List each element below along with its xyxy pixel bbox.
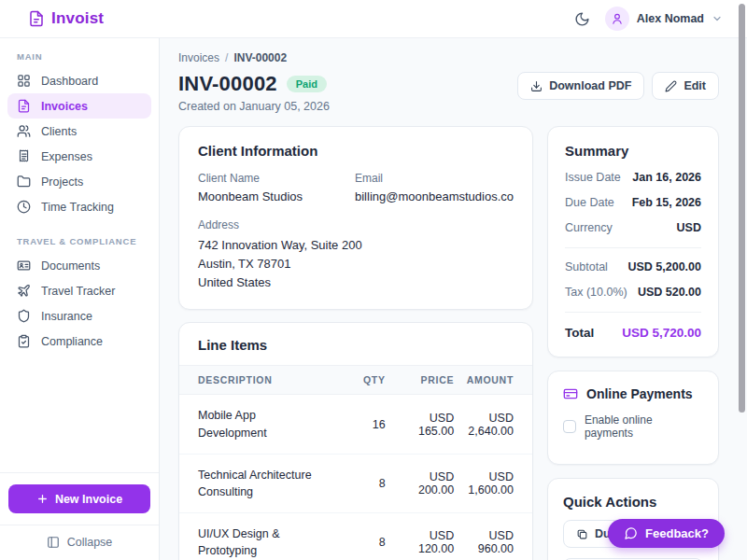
download-pdf-button[interactable]: Download PDF xyxy=(517,72,644,100)
item-amount: USD 1,600.00 xyxy=(454,454,532,512)
edit-label: Edit xyxy=(684,79,706,92)
sidebar-item-time-tracking[interactable]: Time Tracking xyxy=(7,194,151,219)
vertical-scrollbar[interactable] xyxy=(739,4,745,413)
dark-mode-toggle[interactable] xyxy=(574,11,590,27)
id-card-icon xyxy=(17,259,31,273)
line-items-table: DESCRIPTION QTY PRICE AMOUNT Mobile App … xyxy=(179,365,532,560)
sidebar-item-dashboard[interactable]: Dashboard xyxy=(7,68,151,93)
title-row: INV-00002 Paid Created on January 05, 20… xyxy=(178,72,719,113)
tax-value: USD 520.00 xyxy=(638,286,701,299)
address-line-1: 742 Innovation Way, Suite 200 xyxy=(198,236,514,255)
download-pdf-label: Download PDF xyxy=(549,79,631,92)
table-row: Technical Architecture Consulting 8 USD … xyxy=(179,454,532,512)
summary-divider xyxy=(565,312,701,313)
user-name: Alex Nomad xyxy=(637,12,704,25)
item-amount: USD 2,640.00 xyxy=(454,395,532,454)
online-payments-title: Online Payments xyxy=(586,386,693,401)
sidebar-item-label: Compliance xyxy=(41,335,103,348)
address-line-2: Austin, TX 78701 xyxy=(198,255,514,273)
enable-online-payments-label: Enable online payments xyxy=(585,413,703,440)
summary-title: Summary xyxy=(565,143,701,159)
table-header-row: DESCRIPTION QTY PRICE AMOUNT xyxy=(179,366,532,395)
col-description: DESCRIPTION xyxy=(179,366,330,395)
col-price: PRICE xyxy=(386,366,455,395)
enable-online-payments-row[interactable]: Enable online payments xyxy=(563,413,703,440)
projects-icon xyxy=(17,175,31,189)
panel-collapse-icon xyxy=(47,536,60,549)
sidebar-item-label: Time Tracking xyxy=(41,201,114,214)
summary-card: Summary Issue Date Jan 16, 2026 Due Date… xyxy=(547,126,719,357)
item-price: USD 200.00 xyxy=(386,454,455,512)
enable-online-payments-checkbox[interactable] xyxy=(563,420,576,433)
breadcrumb: Invoices / INV-00002 xyxy=(178,51,719,64)
sidebar-item-expenses[interactable]: Expenses xyxy=(7,144,151,169)
quick-actions-title: Quick Actions xyxy=(563,494,703,510)
plane-icon xyxy=(17,284,31,298)
feedback-label: Feedback? xyxy=(645,526,709,540)
client-email-value: billing@moonbeamstudios.co xyxy=(355,189,514,203)
issue-date-label: Issue Date xyxy=(565,171,621,184)
feedback-button[interactable]: Feedback? xyxy=(608,519,725,548)
item-description: Mobile App Development xyxy=(179,395,330,454)
created-date: Created on January 05, 2026 xyxy=(178,100,330,113)
client-address-value: 742 Innovation Way, Suite 200 Austin, TX… xyxy=(198,236,514,292)
sidebar-item-label: Dashboard xyxy=(41,75,98,88)
sidebar-item-label: Invoices xyxy=(41,100,88,113)
plus-icon xyxy=(36,493,49,505)
edit-button[interactable]: Edit xyxy=(652,72,719,100)
online-payments-card: Online Payments Enable online payments xyxy=(547,371,719,465)
app-root: Invoist Alex Nomad MAIN xyxy=(0,0,747,560)
dashboard-icon xyxy=(17,74,31,88)
line-items-title: Line Items xyxy=(179,323,532,365)
sidebar: MAIN Dashboard Invoices Clients xyxy=(0,38,160,560)
clients-icon xyxy=(17,124,31,138)
item-qty: 16 xyxy=(330,395,385,454)
avatar xyxy=(605,7,629,31)
copy-icon xyxy=(576,528,588,540)
sidebar-item-label: Clients xyxy=(41,125,77,138)
clipboard-check-icon xyxy=(17,334,31,348)
item-description: Technical Architecture Consulting xyxy=(179,454,330,512)
issue-date-value: Jan 16, 2026 xyxy=(632,171,701,184)
sidebar-section-travel: TRAVEL & COMPLIANCE xyxy=(7,232,151,253)
currency-label: Currency xyxy=(565,221,613,234)
sidebar-item-travel-tracker[interactable]: Travel Tracker xyxy=(7,278,151,303)
sidebar-nav: MAIN Dashboard Invoices Clients xyxy=(0,38,159,472)
table-row: UI/UX Design & Prototyping 8 USD 120.00 … xyxy=(179,512,532,560)
clock-icon xyxy=(17,200,31,214)
summary-divider xyxy=(565,247,701,248)
top-bar-right: Alex Nomad xyxy=(574,7,723,31)
sidebar-item-insurance[interactable]: Insurance xyxy=(7,303,151,329)
header-actions: Download PDF Edit xyxy=(517,72,719,100)
download-icon xyxy=(530,80,543,92)
sidebar-item-label: Expenses xyxy=(41,150,92,163)
sidebar-item-documents[interactable]: Documents xyxy=(7,253,151,278)
collapse-label: Collapse xyxy=(67,536,113,549)
new-invoice-label: New Invoice xyxy=(55,493,122,506)
moon-icon xyxy=(574,11,590,27)
sidebar-item-label: Insurance xyxy=(41,310,92,323)
breadcrumb-separator: / xyxy=(225,51,228,64)
new-invoice-button[interactable]: New Invoice xyxy=(8,484,150,513)
currency-value: USD xyxy=(677,221,701,234)
sidebar-section-main: MAIN xyxy=(7,48,151,68)
breadcrumb-invoices-link[interactable]: Invoices xyxy=(178,51,219,64)
client-email-label: Email xyxy=(355,172,514,185)
page-title: INV-00002 xyxy=(178,72,277,96)
sidebar-item-invoices[interactable]: Invoices xyxy=(7,93,151,119)
app-logo[interactable]: Invoist xyxy=(28,9,104,28)
status-badge: Paid xyxy=(287,76,327,92)
collapse-button[interactable]: Collapse xyxy=(47,536,113,549)
sidebar-item-projects[interactable]: Projects xyxy=(7,169,151,194)
client-card-title: Client Information xyxy=(198,143,514,159)
sidebar-footer: New Invoice xyxy=(0,472,159,525)
sidebar-item-clients[interactable]: Clients xyxy=(7,119,151,144)
credit-card-icon xyxy=(563,386,578,401)
due-date-label: Due Date xyxy=(565,196,614,209)
table-row: Mobile App Development 16 USD 165.00 USD… xyxy=(179,395,532,454)
sidebar-item-compliance[interactable]: Compliance xyxy=(7,329,151,354)
invoices-icon xyxy=(17,99,31,113)
line-items-card: Line Items DESCRIPTION QTY PRICE AMOUNT xyxy=(178,322,533,560)
user-menu[interactable]: Alex Nomad xyxy=(605,7,723,31)
item-description: UI/UX Design & Prototyping xyxy=(179,512,330,560)
